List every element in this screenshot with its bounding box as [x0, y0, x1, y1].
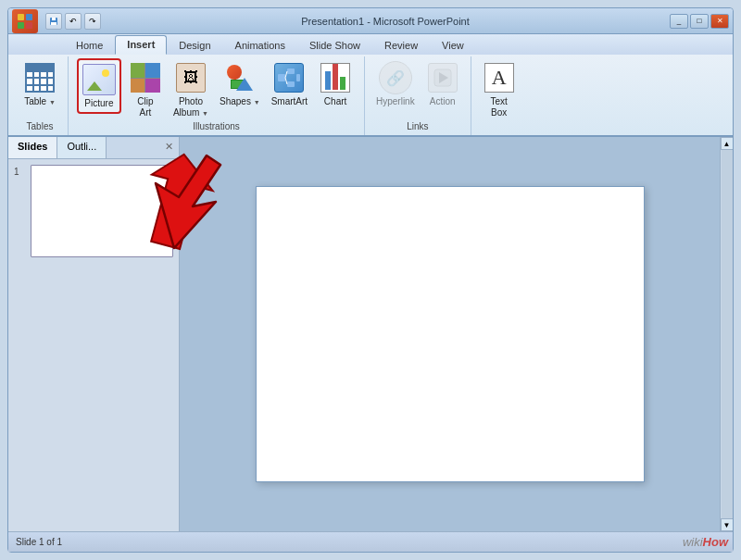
ribbon-content: Table ▼ Tables Picture [8, 55, 733, 137]
tab-home[interactable]: Home [64, 36, 115, 55]
ribbon-item-chart[interactable]: Chart [315, 58, 356, 110]
ribbon-item-hyperlink[interactable]: 🔗 Hyperlink [372, 58, 419, 110]
clipart-icon [131, 63, 160, 93]
links-group-label: Links [407, 121, 428, 133]
photoalbum-icon: 🖼 [176, 63, 206, 93]
main-content: Slides Outli... ✕ 1 ▲ ▼ [8, 137, 733, 531]
scroll-down-btn[interactable]: ▼ [721, 518, 734, 531]
tab-animations[interactable]: Animations [223, 36, 297, 55]
textbox-icon: A [484, 63, 514, 93]
window-controls: _ □ ✕ [670, 14, 729, 29]
slides-list: 1 [8, 159, 179, 531]
right-scrollbar: ▲ ▼ [720, 137, 733, 531]
ribbon-item-photoalbum[interactable]: 🖼 PhotoAlbum ▼ [170, 58, 212, 121]
svg-rect-3 [26, 22, 32, 29]
clipart-icon-area [129, 61, 162, 94]
svg-line-12 [285, 78, 287, 84]
svg-line-11 [285, 71, 287, 78]
smartart-icon [274, 63, 304, 93]
tables-items: Table ▼ [19, 58, 60, 121]
hyperlink-icon: 🔗 [379, 61, 412, 94]
chart-label: Chart [324, 96, 346, 107]
tab-slideshow[interactable]: Slide Show [297, 36, 372, 55]
quick-access-toolbar: ↶ ↷ [45, 13, 101, 30]
ribbon-item-clipart[interactable]: ClipArt [125, 58, 166, 121]
slide-number-1: 1 [14, 167, 25, 177]
table-icon-area [23, 61, 57, 94]
undo-quick-btn[interactable]: ↶ [65, 13, 82, 30]
ribbon-item-shapes[interactable]: Shapes ▼ [216, 58, 264, 110]
slide-thumbnail-1[interactable]: 1 [14, 165, 173, 257]
clipart-label: ClipArt [137, 96, 153, 118]
title-bar: ↶ ↷ Presentation1 - Microsoft PowerPoint… [8, 8, 733, 34]
text-items: A TextBox [479, 58, 520, 131]
ribbon-item-table[interactable]: Table ▼ [19, 58, 60, 110]
svg-rect-10 [296, 74, 300, 81]
title-text: Presentation1 - Microsoft PowerPoint [101, 16, 670, 27]
shapes-icon-area [223, 61, 257, 94]
table-label: Table ▼ [24, 96, 56, 107]
save-quick-btn[interactable] [45, 13, 62, 30]
picture-label: Picture [84, 98, 113, 109]
slides-tab-outline[interactable]: Outli... [57, 137, 107, 158]
action-icon [428, 63, 458, 93]
picture-icon-area [82, 63, 116, 96]
links-items: 🔗 Hyperlink [372, 58, 463, 121]
svg-rect-5 [52, 18, 56, 20]
scroll-track [722, 150, 733, 518]
slide-thumb-box-1 [31, 165, 173, 257]
tab-view[interactable]: View [430, 36, 476, 55]
shapes-label: Shapes ▼ [220, 96, 260, 107]
ribbon-item-action[interactable]: Action [422, 58, 463, 110]
minimize-button[interactable]: _ [670, 14, 688, 29]
hyperlink-label: Hyperlink [376, 96, 415, 107]
smartart-label: SmartArt [271, 96, 308, 107]
app-window: ↶ ↷ Presentation1 - Microsoft PowerPoint… [7, 7, 734, 553]
svg-rect-0 [18, 14, 24, 20]
redo-quick-btn[interactable]: ↷ [84, 13, 101, 30]
svg-rect-9 [287, 81, 295, 87]
slides-panel: Slides Outli... ✕ 1 [8, 137, 180, 531]
svg-rect-1 [26, 14, 32, 20]
photoalbum-label: PhotoAlbum ▼ [173, 96, 208, 118]
maximize-button[interactable]: □ [690, 14, 709, 29]
shapes-icon [225, 63, 255, 93]
action-label: Action [430, 96, 456, 107]
svg-rect-8 [287, 68, 295, 74]
title-bar-left: ↶ ↷ [12, 9, 101, 33]
chart-icon [320, 63, 350, 93]
slide-canvas-area [180, 137, 720, 531]
status-bar: Slide 1 of 1 [8, 531, 733, 552]
illustrations-items: Picture ClipArt [77, 58, 356, 121]
hyperlink-icon-area: 🔗 [379, 61, 412, 94]
office-button[interactable] [12, 9, 38, 33]
ribbon-item-picture[interactable]: Picture [77, 58, 121, 114]
tables-group-label: Tables [27, 121, 54, 133]
slide-canvas [256, 186, 645, 482]
svg-rect-2 [18, 22, 24, 29]
tab-review[interactable]: Review [372, 36, 430, 55]
status-text: Slide 1 of 1 [16, 537, 62, 547]
slides-tabs: Slides Outli... ✕ [8, 137, 179, 159]
ribbon-tabs: Home Insert Design Animations Slide Show… [8, 34, 733, 55]
ribbon-item-smartart[interactable]: SmartArt [268, 58, 311, 110]
ribbon-group-links: 🔗 Hyperlink [365, 56, 471, 135]
svg-rect-7 [278, 74, 285, 81]
textbox-icon-area: A [483, 61, 516, 94]
slides-panel-close[interactable]: ✕ [159, 137, 179, 158]
picture-icon [82, 64, 116, 95]
textbox-label: TextBox [491, 96, 508, 118]
smartart-icon-area [272, 61, 306, 94]
ribbon-item-textbox[interactable]: A TextBox [479, 58, 520, 121]
ribbon-group-illustrations: Picture ClipArt [69, 56, 365, 135]
tab-design[interactable]: Design [167, 36, 222, 55]
slides-tab-slides[interactable]: Slides [8, 137, 57, 158]
ribbon-group-tables: Table ▼ Tables [12, 56, 69, 135]
close-button[interactable]: ✕ [710, 14, 729, 29]
table-icon [25, 63, 55, 93]
scroll-up-btn[interactable]: ▲ [721, 137, 734, 150]
photoalbum-icon-area: 🖼 [174, 61, 207, 94]
tab-insert[interactable]: Insert [115, 35, 167, 55]
outer-frame: ↶ ↷ Presentation1 - Microsoft PowerPoint… [0, 0, 741, 560]
chart-icon-area [319, 61, 352, 94]
